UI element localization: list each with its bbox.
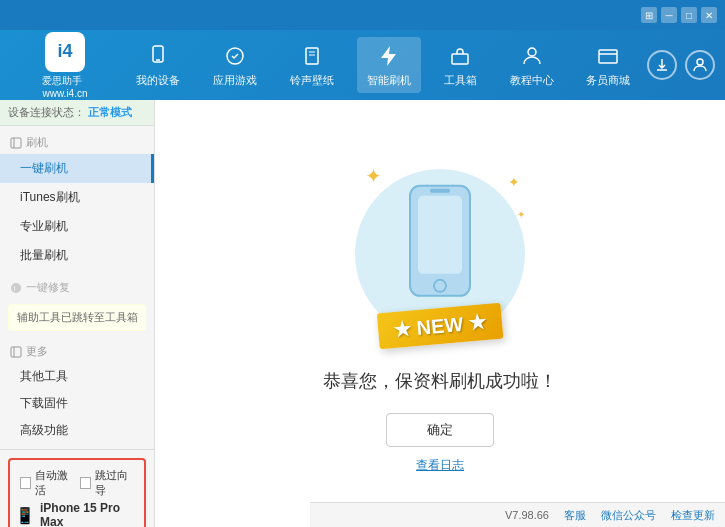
- main: 设备连接状态： 正常模式 刷机 一键刷机 iTunes刷机 专业刷机 批量刷机 …: [0, 100, 725, 527]
- toolbox-icon: [446, 42, 474, 70]
- svg-rect-6: [452, 54, 468, 64]
- phone-icon: 📱: [15, 506, 35, 525]
- header-right: [647, 50, 715, 80]
- nav-smart-flash[interactable]: 智能刷机: [357, 37, 421, 93]
- auto-activate-group: 自动激活: [20, 468, 74, 498]
- sparkle-right: ✦: [508, 174, 520, 190]
- nav-ringtones[interactable]: 铃声壁纸: [280, 37, 344, 93]
- nav-toolbox-label: 工具箱: [444, 73, 477, 88]
- nav-toolbox[interactable]: 工具箱: [434, 37, 487, 93]
- svg-rect-21: [430, 188, 450, 192]
- sidebar-item-one-click-flash[interactable]: 一键刷机: [0, 154, 154, 183]
- nav-service[interactable]: 务员商城: [576, 37, 640, 93]
- svg-rect-8: [599, 50, 617, 63]
- nav-smart-flash-label: 智能刷机: [367, 73, 411, 88]
- svg-rect-3: [306, 48, 318, 64]
- guided-setup-label: 跳过向导: [95, 468, 134, 498]
- sidebar-bottom: 自动激活 跳过向导 📱 iPhone 15 Pro Max 512GB iPho…: [0, 449, 154, 527]
- nav-apps-games-label: 应用游戏: [213, 73, 257, 88]
- logo-text: 爱思助手 www.i4.cn: [42, 74, 87, 99]
- user-button[interactable]: [685, 50, 715, 80]
- main-nav: 我的设备 应用游戏 铃声壁纸: [120, 37, 647, 93]
- svg-rect-16: [11, 347, 21, 357]
- flash-section: 刷机 一键刷机 iTunes刷机 专业刷机 批量刷机: [0, 126, 154, 275]
- nav-apps-games[interactable]: 应用游戏: [203, 37, 267, 93]
- nav-my-device-label: 我的设备: [136, 73, 180, 88]
- content-area: ★ NEW ★ ✦ ✦ ✦ 恭喜您，保资料刷机成功啦！ 确定 查看日志 V7.9…: [155, 100, 725, 527]
- checkbox-row: 自动激活 跳过向导: [15, 465, 139, 501]
- device-name: iPhone 15 Pro Max: [40, 501, 139, 527]
- minimize-icon[interactable]: ─: [661, 7, 677, 23]
- more-group-label: 更多: [0, 340, 154, 363]
- sidebar-item-itunes-flash[interactable]: iTunes刷机: [0, 183, 154, 212]
- footer: V7.98.66 客服 微信公众号 检查更新: [310, 502, 725, 527]
- grid-icon[interactable]: ⊞: [641, 7, 657, 23]
- guided-setup-checkbox[interactable]: [80, 477, 91, 489]
- svg-point-14: [11, 283, 21, 293]
- guided-setup-group: 跳过向导: [80, 468, 134, 498]
- svg-rect-19: [418, 195, 462, 273]
- sidebar-item-other-tools[interactable]: 其他工具: [0, 363, 154, 390]
- success-text: 恭喜您，保资料刷机成功啦！: [323, 369, 557, 393]
- status-label: 设备连接状态：: [8, 106, 85, 118]
- sparkle-small: ✦: [517, 209, 525, 220]
- tutorial-icon: [518, 42, 546, 70]
- restore-icon[interactable]: □: [681, 7, 697, 23]
- nav-my-device[interactable]: 我的设备: [126, 37, 190, 93]
- status-value: 正常模式: [88, 106, 132, 118]
- nav-tutorial-label: 教程中心: [510, 73, 554, 88]
- device-item[interactable]: 📱 iPhone 15 Pro Max: [15, 501, 139, 527]
- nav-service-label: 务员商城: [586, 73, 630, 88]
- flash-icon: [375, 42, 403, 70]
- logo-icon: i4: [45, 32, 85, 72]
- version-label: V7.98.66: [505, 509, 549, 521]
- svg-rect-12: [11, 138, 21, 148]
- auto-activate-checkbox[interactable]: [20, 477, 31, 489]
- auto-activate-label: 自动激活: [35, 468, 74, 498]
- status-bar: 设备连接状态： 正常模式: [0, 100, 154, 126]
- sidebar-item-download-firmware[interactable]: 下载固件: [0, 390, 154, 417]
- one-click-restore-disabled: i 一键修复: [0, 275, 154, 300]
- sidebar-item-pro-flash[interactable]: 专业刷机: [0, 212, 154, 241]
- header: i4 爱思助手 www.i4.cn 我的设备 应用游戏: [0, 30, 725, 100]
- sparkle-left: ✦: [365, 164, 382, 188]
- phone-illustration: [400, 180, 480, 313]
- confirm-button[interactable]: 确定: [386, 413, 494, 447]
- more-section: 更多 其他工具 下载固件 高级功能: [0, 335, 154, 449]
- flash-group-label: 刷机: [0, 131, 154, 154]
- nav-tutorial[interactable]: 教程中心: [500, 37, 564, 93]
- sidebar-item-batch-flash[interactable]: 批量刷机: [0, 241, 154, 270]
- sidebar: 设备连接状态： 正常模式 刷机 一键刷机 iTunes刷机 专业刷机 批量刷机 …: [0, 100, 155, 527]
- device-icon: [144, 42, 172, 70]
- sidebar-item-advanced[interactable]: 高级功能: [0, 417, 154, 444]
- nav-ringtones-label: 铃声壁纸: [290, 73, 334, 88]
- window-chrome: ⊞ ─ □ ✕: [0, 0, 725, 30]
- feedback-link[interactable]: 客服: [564, 508, 586, 523]
- svg-point-7: [528, 48, 536, 56]
- ringtone-icon: [298, 42, 326, 70]
- service-icon: [594, 42, 622, 70]
- close-icon[interactable]: ✕: [701, 7, 717, 23]
- success-illustration: ★ NEW ★ ✦ ✦ ✦: [340, 154, 540, 354]
- view-log-link[interactable]: 查看日志: [416, 457, 464, 474]
- logo: i4 爱思助手 www.i4.cn: [10, 32, 120, 99]
- check-update-link[interactable]: 检查更新: [671, 508, 715, 523]
- apps-icon: [221, 42, 249, 70]
- svg-text:i: i: [14, 284, 16, 293]
- svg-point-11: [697, 59, 703, 65]
- sidebar-warning: 辅助工具已跳转至工具箱: [8, 304, 146, 331]
- device-highlight: 自动激活 跳过向导 📱 iPhone 15 Pro Max 512GB iPho…: [8, 458, 146, 527]
- download-button[interactable]: [647, 50, 677, 80]
- wechat-link[interactable]: 微信公众号: [601, 508, 656, 523]
